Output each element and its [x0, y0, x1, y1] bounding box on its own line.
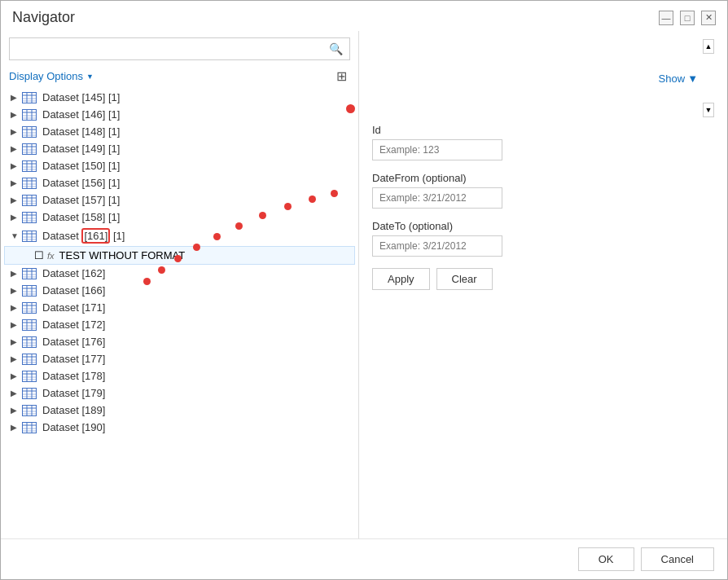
tree-item-label: Dataset [156] [1]	[42, 177, 352, 189]
display-options-bar: Display Options ▼ ⊞	[1, 64, 358, 89]
scroll-down-button[interactable]: ▼	[703, 103, 714, 117]
tree-item[interactable]: ▶ Dataset [148] [1]	[1, 123, 358, 140]
right-scrollbar: ▲ ▼	[703, 39, 714, 117]
tree-item[interactable]: ▶ Dataset [158] [1]	[1, 209, 358, 226]
display-options-button[interactable]: Display Options ▼	[9, 70, 94, 82]
tree-item[interactable]: ▶ Dataset [149] [1]	[1, 140, 358, 157]
table-icon	[22, 231, 38, 242]
collapsed-chevron-icon: ▶	[11, 269, 22, 278]
tree-item-label: Dataset [162]	[42, 267, 352, 279]
svg-rect-12	[23, 126, 37, 137]
svg-rect-36	[23, 195, 37, 205]
collapsed-chevron-icon: ▶	[11, 127, 22, 136]
maximize-button[interactable]: □	[680, 11, 695, 25]
tree-item-label: Dataset [178]	[42, 370, 352, 382]
tree-item[interactable]: ▶ Dataset [145] [1]	[1, 89, 358, 106]
tree-item[interactable]: ▶ Dataset [177]	[1, 350, 358, 367]
tree-item[interactable]: ▶ Dataset [156] [1]	[1, 174, 358, 191]
svg-rect-48	[23, 231, 37, 241]
show-button[interactable]: Show ▼	[659, 39, 698, 117]
collapsed-chevron-icon: ▶	[11, 286, 22, 295]
tree-area[interactable]: ▶ Dataset [145] [1] ▶ Dataset [146] [1] …	[1, 89, 358, 538]
tree-item[interactable]: ▶ Dataset [189]	[1, 402, 358, 419]
close-button[interactable]: ✕	[701, 11, 716, 25]
id-input[interactable]	[372, 139, 502, 160]
tree-item[interactable]: ▶ Dataset [157] [1]	[1, 191, 358, 209]
datefrom-input[interactable]	[372, 187, 502, 209]
svg-rect-90	[23, 371, 37, 381]
tree-item-label: Dataset [146] [1]	[42, 108, 352, 121]
collapsed-chevron-icon: ▶	[11, 196, 22, 204]
tree-item-label: Dataset [189]	[42, 404, 352, 416]
show-label: Show	[659, 72, 686, 85]
dialog-title: Navigator	[12, 9, 75, 26]
fx-icon: fx	[47, 251, 55, 261]
tree-item-label: Dataset [176]	[42, 336, 352, 348]
datefrom-label: DateFrom (optional)	[372, 172, 714, 184]
svg-rect-102	[23, 405, 37, 415]
tree-item[interactable]: ▼ Dataset [161] [1]	[1, 226, 358, 246]
svg-rect-6	[23, 109, 37, 120]
minimize-button[interactable]: —	[659, 11, 673, 25]
tree-item[interactable]: ▶ Dataset [150] [1]	[1, 157, 358, 174]
svg-rect-96	[23, 388, 37, 398]
collapsed-chevron-icon: ▶	[11, 406, 22, 415]
clear-button[interactable]: Clear	[436, 268, 493, 290]
dateto-input[interactable]	[372, 235, 502, 257]
tree-item-label: Dataset [179]	[42, 387, 352, 399]
table-icon	[22, 388, 38, 399]
svg-rect-72	[23, 319, 37, 330]
table-icon	[22, 422, 38, 433]
collapsed-chevron-icon: ▶	[11, 423, 22, 432]
scroll-up-button[interactable]: ▲	[703, 39, 714, 54]
collapsed-chevron-icon: ▶	[11, 161, 22, 170]
tree-item-label: Dataset [157] [1]	[42, 194, 352, 206]
display-options-label: Display Options	[9, 70, 83, 82]
search-input[interactable]	[10, 39, 322, 59]
window-controls: — □ ✕	[659, 11, 716, 25]
table-icon	[22, 371, 38, 382]
highlighted-id: [161]	[81, 228, 110, 244]
svg-rect-66	[23, 302, 37, 313]
collapsed-chevron-icon: ▶	[11, 320, 22, 329]
table-icon	[22, 354, 38, 365]
collapsed-chevron-icon: ▶	[11, 110, 22, 119]
ok-button[interactable]: OK	[578, 547, 634, 571]
svg-rect-18	[23, 143, 37, 154]
tree-item-label: Dataset [161] [1]	[42, 228, 352, 244]
table-icon	[22, 405, 38, 416]
tree-item-label: Dataset [172]	[42, 319, 352, 331]
tree-item[interactable]: ▶ Dataset [146] [1]	[1, 106, 358, 123]
checkbox-icon: ☐	[34, 249, 47, 261]
cancel-button[interactable]: Cancel	[641, 547, 714, 571]
right-fields: Id DateFrom (optional) DateTo (optional)…	[372, 124, 714, 530]
tree-item[interactable]: ▶ Dataset [166]	[1, 282, 358, 299]
table-icon	[22, 160, 38, 172]
svg-rect-54	[23, 268, 37, 279]
collapsed-chevron-icon: ▶	[11, 303, 22, 312]
search-icon: 🔍	[322, 38, 349, 59]
dateto-label: DateTo (optional)	[372, 220, 714, 232]
action-buttons: Apply Clear	[372, 268, 714, 290]
dateto-field-section: DateTo (optional)	[372, 220, 714, 257]
left-panel: 🔍 Display Options ▼ ⊞ ▶ Data	[1, 31, 359, 538]
tree-item-label: Dataset [171]	[42, 301, 352, 314]
svg-rect-0	[23, 92, 37, 103]
tree-item[interactable]: ▶ Dataset [178]	[1, 367, 358, 384]
tree-item[interactable]: ▶ Dataset [176]	[1, 333, 358, 350]
apply-button[interactable]: Apply	[372, 268, 430, 290]
collapsed-chevron-icon: ▶	[11, 213, 22, 222]
tree-item[interactable]: ▶ Dataset [190]	[1, 419, 358, 436]
tree-item[interactable]: ▶ Dataset [171]	[1, 299, 358, 316]
collapsed-chevron-icon: ▶	[11, 371, 22, 380]
right-panel: Show ▼ ▲ ▼ Id DateFrom (optional)	[359, 31, 727, 538]
tree-item[interactable]: ▶ Dataset [162]	[1, 265, 358, 282]
view-toggle-button[interactable]: ⊞	[333, 67, 350, 86]
sub-item-label: TEST WITHOUT FORMAT	[59, 249, 186, 261]
tree-item[interactable]: ▶ Dataset [179]	[1, 384, 358, 402]
table-icon	[22, 92, 38, 103]
tree-sub-item[interactable]: ☐ fx TEST WITHOUT FORMAT	[4, 246, 355, 265]
id-label: Id	[372, 124, 714, 136]
tree-item-label: Dataset [149] [1]	[42, 143, 352, 155]
tree-item[interactable]: ▶ Dataset [172]	[1, 316, 358, 333]
